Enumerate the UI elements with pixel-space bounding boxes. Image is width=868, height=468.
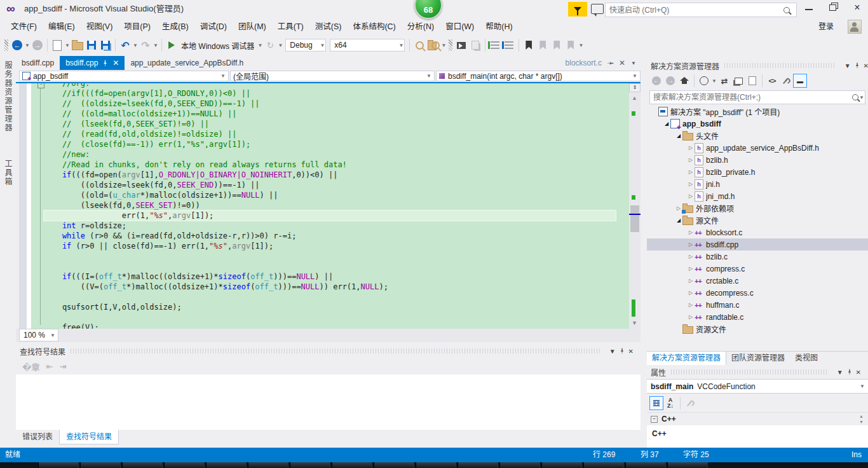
breakpoint-margin[interactable] [19, 83, 27, 329]
bookmark-dropdown[interactable]: ▼ [578, 43, 584, 48]
code-line-12[interactable]: (lseek(fd,0,SEEK_SET)!=0)) [44, 200, 628, 210]
debug-target-label[interactable]: 本地 Windows 调试器 [181, 40, 254, 51]
find-dropdown[interactable]: ▼ [440, 43, 447, 48]
code-line-22[interactable]: qsufsort(I,V,old,oldsize); [44, 302, 628, 312]
window-position-dropdown-icon[interactable]: ▼ [834, 369, 846, 376]
minimize-button[interactable] [799, 0, 818, 15]
type-scope-combo[interactable]: (全局范围)▼ [230, 71, 435, 81]
copy-button[interactable] [468, 38, 482, 53]
server-explorer-vertical-tab[interactable]: 服务器资源管理器 [3, 61, 13, 132]
restart-dropdown[interactable]: ▼ [277, 43, 283, 48]
home-button[interactable] [677, 74, 691, 88]
undo-button[interactable]: ↶ [118, 38, 132, 53]
toolbox-vertical-tab[interactable]: 工具箱 [3, 160, 13, 186]
windows-taskbar[interactable] [0, 462, 868, 468]
filter-overlay-icon[interactable] [568, 2, 587, 17]
clear-bookmarks-button[interactable] [564, 38, 578, 53]
expander-closed-icon[interactable]: ▷ [687, 181, 695, 187]
expander-closed-icon[interactable]: ▷ [687, 314, 695, 320]
pin-icon[interactable] [846, 369, 853, 375]
taskbar-icon-12[interactable] [541, 462, 582, 468]
code-editor[interactable]: − //org: //if(((fd=open(argv[1],O_RDONLY… [16, 83, 641, 329]
tree-item-1[interactable]: ◢app_bsdiff [647, 118, 868, 130]
sign-in-link[interactable]: 登录 [806, 18, 834, 36]
decrease-indent-button[interactable] [488, 38, 502, 53]
zoom-level-combo[interactable]: 100 %▼ [19, 329, 58, 341]
close-tab-icon[interactable]: ✕ [619, 59, 625, 67]
expander-open-icon[interactable]: ◢ [675, 133, 682, 139]
pin-icon[interactable] [607, 60, 614, 67]
selection-margin[interactable] [27, 83, 31, 329]
expander-closed-icon[interactable]: ▷ [687, 266, 695, 272]
code-line-16[interactable]: if (r>0 || close(fd)==-1) err(1,"%s",arg… [44, 241, 628, 251]
navigate-forward-button[interactable]: → [31, 38, 44, 53]
menu-item-10[interactable]: 分析(N) [402, 18, 440, 36]
find-icon[interactable] [412, 38, 426, 53]
code-line-23[interactable] [44, 312, 628, 322]
restart-button[interactable]: ↻ [263, 38, 277, 53]
redo-button[interactable]: ↷ [139, 38, 153, 53]
tree-item-16[interactable]: ▷++huffman.c [647, 299, 868, 311]
toggle-bookmark-button[interactable] [522, 38, 536, 53]
increase-indent-button[interactable] [502, 38, 516, 53]
menu-item-3[interactable]: 项目(P) [118, 18, 156, 36]
document-tab-2[interactable]: app_update_service_AppBsDiff.h [125, 56, 249, 70]
properties-button[interactable] [779, 74, 793, 88]
taskbar-icon-10[interactable] [458, 462, 498, 468]
tree-item-9[interactable]: ◢源文件 [647, 214, 868, 226]
menu-item-4[interactable]: 生成(B) [156, 18, 194, 36]
code-line-2[interactable]: // ((oldsize=lseek(fd,0,SEEK_END))==-1) … [44, 99, 628, 109]
expander-closed-icon[interactable]: ▷ [687, 242, 695, 247]
save-all-button[interactable] [98, 38, 112, 53]
tree-item-0[interactable]: 解决方案 "app_bsdiff" (1 个项目) [647, 106, 867, 118]
taskbar-icon-13[interactable] [583, 462, 624, 468]
panel-tab-1[interactable]: 团队资源管理器 [726, 352, 790, 365]
expander-closed-icon[interactable]: ▷ [687, 290, 695, 296]
open-file-button[interactable] [71, 38, 85, 53]
code-line-20[interactable]: ((V=(off_t*)malloc((oldsize+1)*sizeof(of… [44, 282, 628, 292]
bottom-tab-1[interactable]: 查找符号结果 [59, 430, 119, 444]
close-panel-icon[interactable]: ✕ [853, 369, 864, 376]
tree-item-7[interactable]: ▷hjni_md.h [647, 190, 868, 202]
code-line-0[interactable]: //org: [44, 83, 628, 88]
categorized-view-button[interactable] [649, 396, 663, 410]
prev-bookmark-button[interactable] [536, 38, 550, 53]
menu-item-12[interactable]: 帮助(H) [480, 18, 518, 36]
pin-icon[interactable] [102, 60, 109, 67]
selected-object-combo[interactable]: bsdiff_main VCCodeFunction ▼ [647, 379, 868, 394]
window-position-dropdown-icon[interactable]: ▼ [606, 348, 619, 355]
toolbar-grip-2[interactable] [449, 39, 452, 51]
code-line-18[interactable] [44, 261, 628, 272]
code-line-17[interactable] [44, 251, 628, 261]
properties-scroll-spinner[interactable]: ▲▼ [857, 413, 865, 425]
next-result-icon[interactable]: ⇥ [59, 362, 66, 371]
code-line-4[interactable]: // (lseek(fd,0,SEEK_SET)!=0) || [44, 119, 628, 129]
code-lines[interactable]: //org: //if(((fd=open(argv[1],O_RDONLY,0… [44, 83, 628, 329]
solution-configuration-combo[interactable]: Debug▼ [285, 39, 326, 52]
code-line-11[interactable]: ((old=(u_char*)malloc(oldsize+1))==NULL)… [44, 190, 628, 200]
split-window-grip[interactable]: ⇕ [629, 83, 641, 92]
collapse-all-button[interactable] [731, 74, 745, 88]
solution-explorer-title-bar[interactable]: 解决方案资源管理器 ▼ ✕ [647, 59, 868, 72]
undo-dropdown[interactable]: ▼ [132, 43, 139, 48]
find-symbol-results-list[interactable] [16, 375, 641, 430]
window-position-dropdown-icon[interactable]: ▼ [841, 62, 854, 69]
new-file-dropdown[interactable]: ▼ [64, 43, 71, 48]
code-line-14[interactable]: int r=oldsize; [44, 221, 628, 231]
expander-closed-icon[interactable]: ▷ [687, 230, 695, 235]
code-line-9[interactable]: if(((fd=open(argv[1],O_RDONLY|O_BINARY|O… [44, 170, 628, 180]
expander-closed-icon[interactable]: ▷ [687, 157, 695, 163]
expander-open-icon[interactable]: ◢ [663, 121, 670, 127]
code-line-7[interactable]: //new: [44, 149, 628, 160]
show-all-files-button[interactable] [745, 74, 759, 88]
pending-changes-filter-button[interactable] [697, 74, 711, 88]
code-line-21[interactable] [44, 292, 628, 302]
new-file-button[interactable] [50, 38, 64, 53]
tree-item-4[interactable]: ▷hbzlib.h [647, 154, 868, 166]
close-button[interactable]: × [848, 0, 867, 15]
feedback-smiley-icon[interactable] [591, 4, 604, 14]
user-avatar-icon[interactable] [848, 20, 862, 34]
floating-document-tab[interactable]: blocksort.c ✕ ▼ [566, 56, 637, 70]
taskbar-icon-14[interactable] [625, 462, 666, 468]
toolbar-grip[interactable] [4, 39, 8, 51]
